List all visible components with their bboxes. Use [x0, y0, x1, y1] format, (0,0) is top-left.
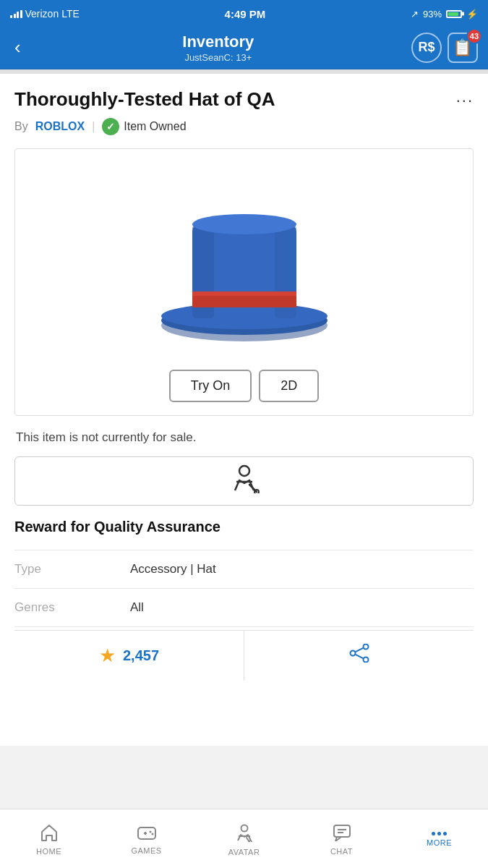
svg-line-17 [355, 655, 364, 659]
clock: 4:49 PM [225, 8, 266, 20]
qa-action-button[interactable] [14, 456, 474, 506]
owned-badge: ✓ Item Owned [102, 118, 186, 135]
share-icon [348, 644, 370, 668]
view-2d-button[interactable]: 2D [259, 370, 319, 402]
status-bar: Verizon LTE 4:49 PM ↗ 93% ⚡ [0, 0, 488, 26]
more-options-button[interactable]: ··· [456, 91, 474, 110]
content-area: Thoroughly-Tested Hat of QA ··· By ROBLO… [0, 74, 488, 746]
nav-item-chat[interactable]: CHAT [293, 809, 390, 868]
item-image-box: Try On 2D [14, 148, 474, 416]
favorites-count: 2,457 [123, 647, 159, 664]
try-on-button[interactable]: Try On [169, 370, 252, 402]
nav-item-avatar[interactable]: AVATAR [195, 809, 293, 868]
location-icon: ↗ [411, 9, 419, 20]
svg-point-14 [363, 658, 368, 663]
svg-point-6 [192, 214, 296, 234]
robux-label: R$ [418, 40, 435, 55]
stats-bar: ★ 2,457 [14, 630, 474, 681]
more-icon [432, 832, 447, 835]
nav-title-block: Inventory JustSeanC: 13+ [182, 33, 254, 63]
pipe-divider: | [92, 120, 95, 133]
check-icon: ✓ [102, 118, 119, 135]
details-table: Type Accessory | Hat Genres All [14, 550, 474, 627]
image-actions: Try On 2D [169, 370, 319, 402]
share-action[interactable] [244, 631, 474, 681]
chat-label: CHAT [330, 847, 353, 856]
catalog-button[interactable]: 📋 43 [448, 33, 478, 63]
svg-point-21 [149, 830, 151, 833]
svg-rect-27 [334, 825, 350, 837]
type-label: Type [14, 562, 130, 576]
favorites-stat[interactable]: ★ 2,457 [14, 631, 244, 681]
nav-item-games[interactable]: GAMES [98, 809, 195, 868]
nav-item-more[interactable]: MORE [390, 809, 488, 868]
carrier-label: Verizon [25, 8, 59, 20]
reward-text: Reward for Quality Assurance [14, 519, 474, 535]
avatar-icon [235, 823, 254, 845]
home-label: HOME [36, 847, 61, 856]
charging-icon: ⚡ [466, 9, 478, 20]
owned-label: Item Owned [124, 120, 186, 133]
robux-button[interactable]: R$ [411, 33, 442, 63]
by-label: By [14, 120, 28, 133]
bottom-nav: HOME GAMES AVATAR [0, 809, 488, 868]
item-image [143, 184, 346, 358]
qa-icon [229, 463, 260, 499]
chat-icon [333, 824, 351, 844]
item-meta: By ROBLOX | ✓ Item Owned [14, 118, 474, 135]
network-label: LTE [61, 8, 80, 20]
nav-subtitle: JustSeanC: 13+ [182, 52, 254, 63]
star-icon: ★ [99, 644, 116, 667]
bottom-padding [14, 681, 474, 746]
signal-icon [10, 10, 22, 18]
back-button[interactable]: ‹ [10, 32, 25, 63]
battery-icon [446, 10, 462, 18]
nav-item-home[interactable]: HOME [0, 809, 98, 868]
svg-point-26 [249, 841, 252, 842]
svg-line-16 [355, 648, 364, 652]
status-right: ↗ 93% ⚡ [411, 9, 478, 20]
type-value: Accessory | Hat [130, 562, 216, 576]
avatar-label: AVATAR [228, 848, 260, 856]
genres-label: Genres [14, 600, 130, 615]
home-icon [40, 824, 59, 844]
item-header: Thoroughly-Tested Hat of QA ··· [14, 88, 474, 111]
page-title: Inventory [182, 33, 254, 51]
svg-rect-8 [192, 292, 296, 296]
games-label: GAMES [131, 846, 161, 855]
svg-point-13 [363, 644, 368, 650]
svg-point-9 [239, 466, 249, 476]
nav-actions: R$ 📋 43 [411, 33, 478, 63]
status-left: Verizon LTE [10, 8, 80, 20]
item-title: Thoroughly-Tested Hat of QA [14, 88, 456, 111]
games-icon [137, 825, 157, 843]
genres-row: Genres All [14, 589, 474, 627]
brand-link[interactable]: ROBLOX [35, 120, 85, 133]
notification-badge: 43 [466, 28, 482, 44]
nav-bar: ‹ Inventory JustSeanC: 13+ R$ 📋 43 [0, 26, 488, 69]
type-row: Type Accessory | Hat [14, 550, 474, 589]
svg-point-22 [151, 833, 153, 835]
svg-point-15 [350, 651, 355, 656]
more-label: MORE [427, 838, 452, 847]
svg-point-23 [241, 825, 247, 831]
battery-pct: 93% [423, 9, 442, 20]
genres-value: All [130, 600, 144, 615]
sale-status-text: This item is not currently for sale. [14, 430, 474, 445]
